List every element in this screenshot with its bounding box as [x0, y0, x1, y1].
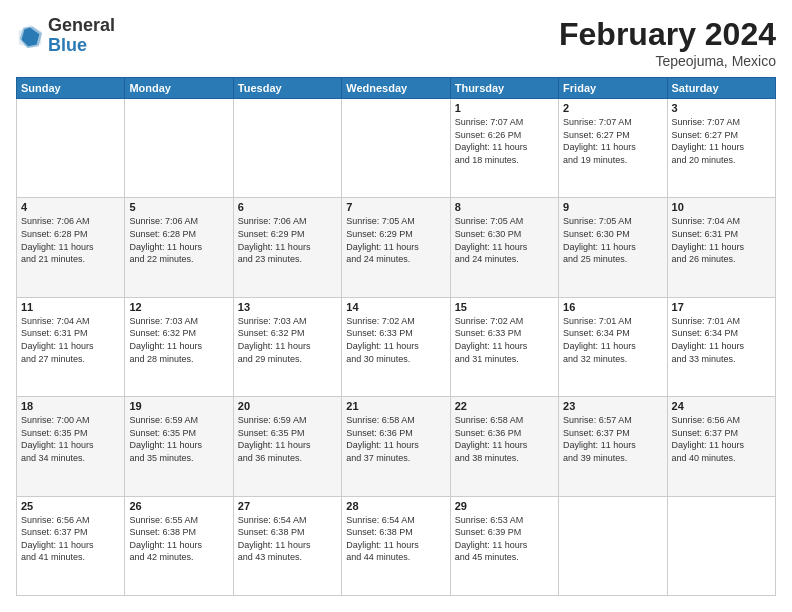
- day-number: 28: [346, 500, 445, 512]
- cell-info: Sunrise: 7:04 AM Sunset: 6:31 PM Dayligh…: [672, 215, 771, 265]
- calendar-cell: 12Sunrise: 7:03 AM Sunset: 6:32 PM Dayli…: [125, 297, 233, 396]
- calendar-cell: 29Sunrise: 6:53 AM Sunset: 6:39 PM Dayli…: [450, 496, 558, 595]
- calendar-cell: 26Sunrise: 6:55 AM Sunset: 6:38 PM Dayli…: [125, 496, 233, 595]
- calendar-cell: 16Sunrise: 7:01 AM Sunset: 6:34 PM Dayli…: [559, 297, 667, 396]
- day-number: 4: [21, 201, 120, 213]
- calendar-week-row: 11Sunrise: 7:04 AM Sunset: 6:31 PM Dayli…: [17, 297, 776, 396]
- cell-info: Sunrise: 7:03 AM Sunset: 6:32 PM Dayligh…: [238, 315, 337, 365]
- logo: General Blue: [16, 16, 115, 56]
- calendar-cell: 18Sunrise: 7:00 AM Sunset: 6:35 PM Dayli…: [17, 397, 125, 496]
- calendar-cell: 25Sunrise: 6:56 AM Sunset: 6:37 PM Dayli…: [17, 496, 125, 595]
- page: General Blue February 2024 Tepeojuma, Me…: [0, 0, 792, 612]
- calendar-week-row: 1Sunrise: 7:07 AM Sunset: 6:26 PM Daylig…: [17, 99, 776, 198]
- calendar-cell: [17, 99, 125, 198]
- day-number: 21: [346, 400, 445, 412]
- day-number: 18: [21, 400, 120, 412]
- cell-info: Sunrise: 7:02 AM Sunset: 6:33 PM Dayligh…: [455, 315, 554, 365]
- calendar-cell: 9Sunrise: 7:05 AM Sunset: 6:30 PM Daylig…: [559, 198, 667, 297]
- calendar-cell: 6Sunrise: 7:06 AM Sunset: 6:29 PM Daylig…: [233, 198, 341, 297]
- calendar-cell: 19Sunrise: 6:59 AM Sunset: 6:35 PM Dayli…: [125, 397, 233, 496]
- cell-info: Sunrise: 6:57 AM Sunset: 6:37 PM Dayligh…: [563, 414, 662, 464]
- calendar-cell: 23Sunrise: 6:57 AM Sunset: 6:37 PM Dayli…: [559, 397, 667, 496]
- day-number: 10: [672, 201, 771, 213]
- calendar-col-header: Sunday: [17, 78, 125, 99]
- calendar-cell: 17Sunrise: 7:01 AM Sunset: 6:34 PM Dayli…: [667, 297, 775, 396]
- cell-info: Sunrise: 7:04 AM Sunset: 6:31 PM Dayligh…: [21, 315, 120, 365]
- day-number: 3: [672, 102, 771, 114]
- calendar-cell: [125, 99, 233, 198]
- calendar-col-header: Wednesday: [342, 78, 450, 99]
- calendar-table: SundayMondayTuesdayWednesdayThursdayFrid…: [16, 77, 776, 596]
- calendar-week-row: 4Sunrise: 7:06 AM Sunset: 6:28 PM Daylig…: [17, 198, 776, 297]
- day-number: 2: [563, 102, 662, 114]
- cell-info: Sunrise: 6:54 AM Sunset: 6:38 PM Dayligh…: [238, 514, 337, 564]
- calendar-col-header: Thursday: [450, 78, 558, 99]
- day-number: 29: [455, 500, 554, 512]
- day-number: 17: [672, 301, 771, 313]
- logo-text: General Blue: [48, 16, 115, 56]
- cell-info: Sunrise: 7:05 AM Sunset: 6:30 PM Dayligh…: [455, 215, 554, 265]
- calendar-cell: 7Sunrise: 7:05 AM Sunset: 6:29 PM Daylig…: [342, 198, 450, 297]
- calendar-cell: 8Sunrise: 7:05 AM Sunset: 6:30 PM Daylig…: [450, 198, 558, 297]
- cell-info: Sunrise: 6:59 AM Sunset: 6:35 PM Dayligh…: [129, 414, 228, 464]
- day-number: 1: [455, 102, 554, 114]
- day-number: 24: [672, 400, 771, 412]
- cell-info: Sunrise: 7:06 AM Sunset: 6:28 PM Dayligh…: [129, 215, 228, 265]
- calendar-header-row: SundayMondayTuesdayWednesdayThursdayFrid…: [17, 78, 776, 99]
- calendar-cell: [342, 99, 450, 198]
- day-number: 22: [455, 400, 554, 412]
- cell-info: Sunrise: 6:55 AM Sunset: 6:38 PM Dayligh…: [129, 514, 228, 564]
- calendar-col-header: Monday: [125, 78, 233, 99]
- day-number: 20: [238, 400, 337, 412]
- calendar-cell: 4Sunrise: 7:06 AM Sunset: 6:28 PM Daylig…: [17, 198, 125, 297]
- calendar-cell: 1Sunrise: 7:07 AM Sunset: 6:26 PM Daylig…: [450, 99, 558, 198]
- calendar-cell: 2Sunrise: 7:07 AM Sunset: 6:27 PM Daylig…: [559, 99, 667, 198]
- day-number: 27: [238, 500, 337, 512]
- cell-info: Sunrise: 6:59 AM Sunset: 6:35 PM Dayligh…: [238, 414, 337, 464]
- calendar-cell: 21Sunrise: 6:58 AM Sunset: 6:36 PM Dayli…: [342, 397, 450, 496]
- calendar-cell: [559, 496, 667, 595]
- cell-info: Sunrise: 6:53 AM Sunset: 6:39 PM Dayligh…: [455, 514, 554, 564]
- calendar-col-header: Tuesday: [233, 78, 341, 99]
- day-number: 12: [129, 301, 228, 313]
- day-number: 25: [21, 500, 120, 512]
- location: Tepeojuma, Mexico: [559, 53, 776, 69]
- title-block: February 2024 Tepeojuma, Mexico: [559, 16, 776, 69]
- day-number: 16: [563, 301, 662, 313]
- day-number: 19: [129, 400, 228, 412]
- day-number: 8: [455, 201, 554, 213]
- calendar-cell: 27Sunrise: 6:54 AM Sunset: 6:38 PM Dayli…: [233, 496, 341, 595]
- cell-info: Sunrise: 6:58 AM Sunset: 6:36 PM Dayligh…: [455, 414, 554, 464]
- day-number: 6: [238, 201, 337, 213]
- logo-icon: [16, 22, 44, 50]
- calendar-cell: 28Sunrise: 6:54 AM Sunset: 6:38 PM Dayli…: [342, 496, 450, 595]
- day-number: 26: [129, 500, 228, 512]
- cell-info: Sunrise: 6:58 AM Sunset: 6:36 PM Dayligh…: [346, 414, 445, 464]
- calendar-cell: 15Sunrise: 7:02 AM Sunset: 6:33 PM Dayli…: [450, 297, 558, 396]
- cell-info: Sunrise: 7:00 AM Sunset: 6:35 PM Dayligh…: [21, 414, 120, 464]
- calendar-cell: 11Sunrise: 7:04 AM Sunset: 6:31 PM Dayli…: [17, 297, 125, 396]
- calendar-col-header: Saturday: [667, 78, 775, 99]
- calendar-cell: 14Sunrise: 7:02 AM Sunset: 6:33 PM Dayli…: [342, 297, 450, 396]
- cell-info: Sunrise: 7:07 AM Sunset: 6:26 PM Dayligh…: [455, 116, 554, 166]
- calendar-cell: 13Sunrise: 7:03 AM Sunset: 6:32 PM Dayli…: [233, 297, 341, 396]
- month-title: February 2024: [559, 16, 776, 53]
- cell-info: Sunrise: 7:05 AM Sunset: 6:30 PM Dayligh…: [563, 215, 662, 265]
- cell-info: Sunrise: 7:06 AM Sunset: 6:28 PM Dayligh…: [21, 215, 120, 265]
- calendar-cell: 10Sunrise: 7:04 AM Sunset: 6:31 PM Dayli…: [667, 198, 775, 297]
- calendar-week-row: 25Sunrise: 6:56 AM Sunset: 6:37 PM Dayli…: [17, 496, 776, 595]
- day-number: 13: [238, 301, 337, 313]
- calendar-cell: [233, 99, 341, 198]
- cell-info: Sunrise: 7:06 AM Sunset: 6:29 PM Dayligh…: [238, 215, 337, 265]
- calendar-week-row: 18Sunrise: 7:00 AM Sunset: 6:35 PM Dayli…: [17, 397, 776, 496]
- calendar-col-header: Friday: [559, 78, 667, 99]
- header: General Blue February 2024 Tepeojuma, Me…: [16, 16, 776, 69]
- cell-info: Sunrise: 7:05 AM Sunset: 6:29 PM Dayligh…: [346, 215, 445, 265]
- cell-info: Sunrise: 6:56 AM Sunset: 6:37 PM Dayligh…: [21, 514, 120, 564]
- cell-info: Sunrise: 7:01 AM Sunset: 6:34 PM Dayligh…: [563, 315, 662, 365]
- calendar-cell: 3Sunrise: 7:07 AM Sunset: 6:27 PM Daylig…: [667, 99, 775, 198]
- cell-info: Sunrise: 7:07 AM Sunset: 6:27 PM Dayligh…: [563, 116, 662, 166]
- calendar-cell: 22Sunrise: 6:58 AM Sunset: 6:36 PM Dayli…: [450, 397, 558, 496]
- calendar-cell: 24Sunrise: 6:56 AM Sunset: 6:37 PM Dayli…: [667, 397, 775, 496]
- calendar-cell: 20Sunrise: 6:59 AM Sunset: 6:35 PM Dayli…: [233, 397, 341, 496]
